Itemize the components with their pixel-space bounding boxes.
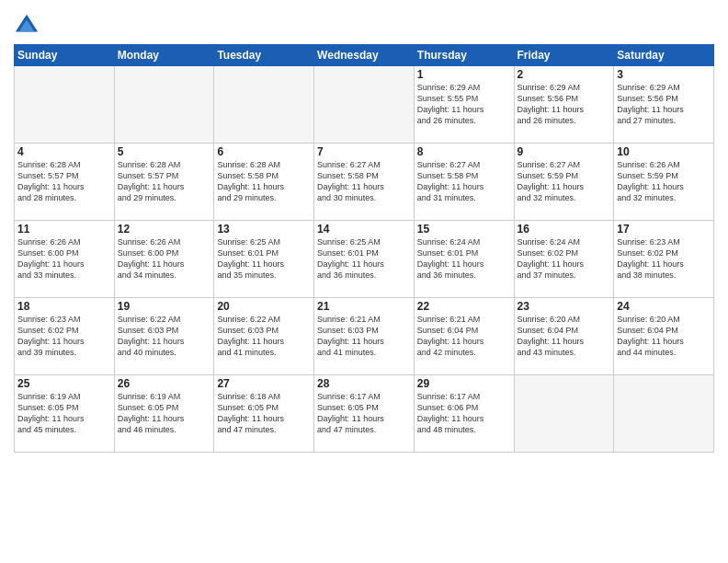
calendar-day-cell: [614, 375, 714, 453]
day-number: 29: [417, 377, 511, 390]
calendar-day-cell: 9Sunrise: 6:27 AM Sunset: 5:59 PM Daylig…: [514, 144, 614, 221]
weekday-header: Tuesday: [214, 45, 314, 66]
day-info: Sunrise: 6:26 AM Sunset: 6:00 PM Dayligh…: [17, 236, 111, 282]
calendar-day-cell: 29Sunrise: 6:17 AM Sunset: 6:06 PM Dayli…: [414, 375, 514, 453]
day-number: 3: [617, 68, 711, 81]
calendar-day-cell: 18Sunrise: 6:23 AM Sunset: 6:02 PM Dayli…: [15, 298, 115, 375]
day-number: 18: [17, 300, 111, 313]
logo: [14, 13, 41, 39]
calendar-day-cell: 15Sunrise: 6:24 AM Sunset: 6:01 PM Dayli…: [414, 221, 514, 298]
day-number: 11: [17, 223, 111, 236]
calendar-day-cell: 28Sunrise: 6:17 AM Sunset: 6:05 PM Dayli…: [314, 375, 415, 453]
day-info: Sunrise: 6:26 AM Sunset: 6:00 PM Dayligh…: [118, 236, 211, 282]
calendar-day-cell: 8Sunrise: 6:27 AM Sunset: 5:58 PM Daylig…: [414, 144, 514, 221]
day-info: Sunrise: 6:22 AM Sunset: 6:03 PM Dayligh…: [118, 314, 211, 359]
day-info: Sunrise: 6:20 AM Sunset: 6:04 PM Dayligh…: [617, 314, 711, 359]
day-info: Sunrise: 6:20 AM Sunset: 6:04 PM Dayligh…: [518, 314, 611, 359]
day-info: Sunrise: 6:21 AM Sunset: 6:04 PM Dayligh…: [417, 314, 511, 359]
weekday-header: Friday: [514, 45, 614, 66]
day-info: Sunrise: 6:19 AM Sunset: 6:05 PM Dayligh…: [118, 391, 211, 436]
calendar-day-cell: 10Sunrise: 6:26 AM Sunset: 5:59 PM Dayli…: [614, 144, 714, 221]
day-number: 19: [118, 300, 211, 313]
day-info: Sunrise: 6:23 AM Sunset: 6:02 PM Dayligh…: [617, 236, 711, 282]
weekday-header: Wednesday: [314, 45, 415, 66]
calendar-day-cell: 23Sunrise: 6:20 AM Sunset: 6:04 PM Dayli…: [514, 298, 614, 375]
calendar-header-row: SundayMondayTuesdayWednesdayThursdayFrid…: [15, 45, 714, 66]
calendar-day-cell: 13Sunrise: 6:25 AM Sunset: 6:01 PM Dayli…: [214, 221, 314, 298]
logo-icon: [14, 13, 40, 39]
day-info: Sunrise: 6:25 AM Sunset: 6:01 PM Dayligh…: [217, 236, 311, 282]
calendar-day-cell: 2Sunrise: 6:29 AM Sunset: 5:56 PM Daylig…: [514, 66, 614, 144]
day-info: Sunrise: 6:23 AM Sunset: 6:02 PM Dayligh…: [17, 314, 111, 359]
day-number: 27: [217, 377, 311, 390]
day-number: 10: [617, 145, 711, 158]
day-number: 4: [17, 145, 111, 158]
calendar-day-cell: [514, 375, 614, 453]
calendar-day-cell: 14Sunrise: 6:25 AM Sunset: 6:01 PM Dayli…: [314, 221, 415, 298]
day-number: 9: [518, 145, 611, 158]
weekday-header: Sunday: [15, 45, 115, 66]
day-number: 1: [417, 68, 511, 81]
day-info: Sunrise: 6:24 AM Sunset: 6:01 PM Dayligh…: [417, 236, 511, 282]
calendar-day-cell: 1Sunrise: 6:29 AM Sunset: 5:55 PM Daylig…: [414, 66, 514, 144]
page: SundayMondayTuesdayWednesdayThursdayFrid…: [0, 0, 728, 563]
calendar-day-cell: 24Sunrise: 6:20 AM Sunset: 6:04 PM Dayli…: [614, 298, 714, 375]
calendar-table: SundayMondayTuesdayWednesdayThursdayFrid…: [14, 44, 714, 453]
calendar-day-cell: 6Sunrise: 6:28 AM Sunset: 5:58 PM Daylig…: [214, 144, 314, 221]
calendar-day-cell: 17Sunrise: 6:23 AM Sunset: 6:02 PM Dayli…: [614, 221, 714, 298]
calendar-week-row: 11Sunrise: 6:26 AM Sunset: 6:00 PM Dayli…: [15, 221, 714, 298]
weekday-header: Monday: [114, 45, 214, 66]
day-number: 16: [518, 223, 611, 236]
weekday-header: Saturday: [614, 45, 714, 66]
day-info: Sunrise: 6:18 AM Sunset: 6:05 PM Dayligh…: [217, 391, 311, 436]
day-number: 6: [217, 145, 311, 158]
day-info: Sunrise: 6:27 AM Sunset: 5:59 PM Dayligh…: [518, 159, 611, 204]
day-number: 21: [317, 300, 411, 313]
calendar-day-cell: [15, 66, 115, 144]
day-info: Sunrise: 6:17 AM Sunset: 6:06 PM Dayligh…: [417, 391, 511, 436]
day-number: 23: [518, 300, 611, 313]
weekday-header: Thursday: [414, 45, 514, 66]
day-number: 8: [417, 145, 511, 158]
day-info: Sunrise: 6:27 AM Sunset: 5:58 PM Dayligh…: [417, 159, 511, 204]
calendar-week-row: 18Sunrise: 6:23 AM Sunset: 6:02 PM Dayli…: [15, 298, 714, 375]
day-info: Sunrise: 6:17 AM Sunset: 6:05 PM Dayligh…: [317, 391, 411, 436]
day-info: Sunrise: 6:26 AM Sunset: 5:59 PM Dayligh…: [617, 159, 711, 204]
calendar-day-cell: 16Sunrise: 6:24 AM Sunset: 6:02 PM Dayli…: [514, 221, 614, 298]
day-info: Sunrise: 6:28 AM Sunset: 5:57 PM Dayligh…: [17, 159, 111, 204]
day-number: 26: [118, 377, 211, 390]
day-info: Sunrise: 6:21 AM Sunset: 6:03 PM Dayligh…: [317, 314, 411, 359]
calendar-day-cell: 19Sunrise: 6:22 AM Sunset: 6:03 PM Dayli…: [114, 298, 214, 375]
day-number: 17: [617, 223, 711, 236]
calendar-day-cell: 26Sunrise: 6:19 AM Sunset: 6:05 PM Dayli…: [114, 375, 214, 453]
day-info: Sunrise: 6:25 AM Sunset: 6:01 PM Dayligh…: [317, 236, 411, 282]
day-info: Sunrise: 6:29 AM Sunset: 5:56 PM Dayligh…: [518, 82, 611, 127]
calendar-day-cell: 25Sunrise: 6:19 AM Sunset: 6:05 PM Dayli…: [15, 375, 115, 453]
calendar-day-cell: 11Sunrise: 6:26 AM Sunset: 6:00 PM Dayli…: [15, 221, 115, 298]
day-number: 12: [118, 223, 211, 236]
calendar-day-cell: [314, 66, 415, 144]
day-number: 2: [518, 68, 611, 81]
calendar-day-cell: [214, 66, 314, 144]
day-number: 25: [17, 377, 111, 390]
day-info: Sunrise: 6:28 AM Sunset: 5:58 PM Dayligh…: [217, 159, 311, 204]
calendar-day-cell: 22Sunrise: 6:21 AM Sunset: 6:04 PM Dayli…: [414, 298, 514, 375]
calendar-day-cell: 27Sunrise: 6:18 AM Sunset: 6:05 PM Dayli…: [214, 375, 314, 453]
day-number: 22: [417, 300, 511, 313]
calendar-day-cell: 12Sunrise: 6:26 AM Sunset: 6:00 PM Dayli…: [114, 221, 214, 298]
day-number: 20: [217, 300, 311, 313]
calendar-day-cell: 3Sunrise: 6:29 AM Sunset: 5:56 PM Daylig…: [614, 66, 714, 144]
calendar-day-cell: 7Sunrise: 6:27 AM Sunset: 5:58 PM Daylig…: [314, 144, 415, 221]
day-info: Sunrise: 6:22 AM Sunset: 6:03 PM Dayligh…: [217, 314, 311, 359]
day-number: 5: [118, 145, 211, 158]
header: [14, 9, 714, 39]
day-number: 28: [317, 377, 411, 390]
day-info: Sunrise: 6:19 AM Sunset: 6:05 PM Dayligh…: [17, 391, 111, 436]
calendar-day-cell: 4Sunrise: 6:28 AM Sunset: 5:57 PM Daylig…: [15, 144, 115, 221]
day-number: 24: [617, 300, 711, 313]
day-info: Sunrise: 6:27 AM Sunset: 5:58 PM Dayligh…: [317, 159, 411, 204]
calendar-day-cell: 21Sunrise: 6:21 AM Sunset: 6:03 PM Dayli…: [314, 298, 415, 375]
day-number: 7: [317, 145, 411, 158]
calendar-week-row: 25Sunrise: 6:19 AM Sunset: 6:05 PM Dayli…: [15, 375, 714, 453]
day-info: Sunrise: 6:24 AM Sunset: 6:02 PM Dayligh…: [518, 236, 611, 282]
